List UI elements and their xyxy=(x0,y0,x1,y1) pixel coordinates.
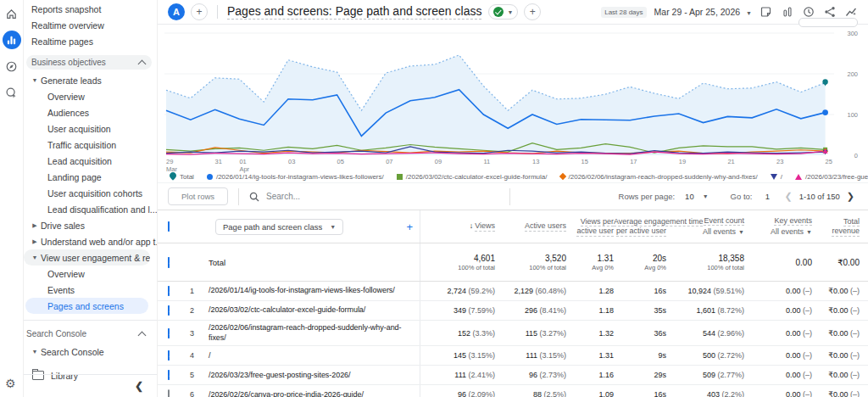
select-all-checkbox[interactable] xyxy=(168,221,170,232)
page-path[interactable]: /2026/02/06/instagram-reach-dropped-sudd… xyxy=(209,323,420,343)
sidebar-item-audiences[interactable]: Audiences xyxy=(24,104,157,120)
search-input[interactable] xyxy=(264,191,412,202)
page-title[interactable]: Pages and screens: Page path and screen … xyxy=(227,4,481,20)
page-path[interactable]: / xyxy=(209,351,219,361)
table-row[interactable]: 6/2026/02/26/canva-pro-price-india-2026-… xyxy=(158,385,868,397)
sidebar-item-overview[interactable]: Overview xyxy=(24,88,157,104)
row-checkbox[interactable] xyxy=(168,257,170,268)
legend-label: Total xyxy=(180,173,194,181)
sidebar-item-drive-sales[interactable]: ▶Drive sales xyxy=(24,217,157,233)
svg-text:17: 17 xyxy=(630,158,637,165)
chevron-down-icon: ▼ xyxy=(738,229,744,235)
sidebar-nav: Reports snapshotRealtime overviewRealtim… xyxy=(24,1,157,383)
table-row[interactable]: 3/2026/02/06/instagram-reach-dropped-sud… xyxy=(158,321,868,346)
rows-per-page-value[interactable]: 10 xyxy=(685,192,694,201)
dimension-selector[interactable]: Page path and screen class▼ xyxy=(215,219,343,235)
avatar[interactable]: A xyxy=(168,3,185,20)
legend-item[interactable]: Total xyxy=(170,172,194,181)
column-header-active-users[interactable]: Active users xyxy=(495,221,566,231)
page-path[interactable]: /2026/03/23/free-guest-posting-sites-202… xyxy=(209,371,359,381)
add-segment-button[interactable]: + xyxy=(191,3,208,20)
row-checkbox[interactable] xyxy=(168,389,170,397)
svg-text:200: 200 xyxy=(847,70,858,78)
table-row[interactable]: 2/2026/03/02/ctc-calculator-excel-guide-… xyxy=(158,301,868,321)
svg-text:19: 19 xyxy=(679,158,686,165)
search-icon xyxy=(249,192,259,202)
app-rail: ⚙ xyxy=(0,0,24,397)
scrollbar-pill[interactable] xyxy=(798,18,858,27)
legend-item[interactable]: /2026/02/06/instagram-reach-dropped-sudd… xyxy=(560,173,758,181)
row-checkbox[interactable] xyxy=(168,305,170,316)
sidebar-item-lead-acquisition[interactable]: Lead acquisition xyxy=(24,153,157,169)
plot-rows-button[interactable]: Plot rows xyxy=(168,187,228,205)
explore-icon[interactable] xyxy=(3,57,21,75)
sidebar-item-search-console[interactable]: ▼Search Console xyxy=(24,344,157,360)
insights-icon[interactable] xyxy=(844,5,858,19)
sidebar-item-realtime-pages[interactable]: Realtime pages xyxy=(24,33,157,49)
goto-page-input[interactable] xyxy=(757,191,777,202)
sidebar-item-understand-web-and-or-app-t[interactable]: ▶Understand web and/or app t... xyxy=(24,233,157,249)
sidebar-item-overview[interactable]: Overview xyxy=(24,266,157,282)
prev-page-icon[interactable]: ❮ xyxy=(782,191,793,202)
table-row[interactable]: 5/2026/03/23/free-guest-posting-sites-20… xyxy=(158,366,868,385)
legend-label: / xyxy=(781,173,782,181)
line-chart[interactable]: 010020030029Mar3101Apr030507091113151719… xyxy=(164,28,861,174)
svg-text:0: 0 xyxy=(854,152,858,159)
column-header-views[interactable]: ↓Views xyxy=(420,221,495,231)
goto-label: Go to: xyxy=(731,192,753,201)
column-header-event-count[interactable]: Event countAll events▼ xyxy=(666,216,744,238)
add-dimension-button[interactable]: + xyxy=(406,221,413,233)
table-row[interactable]: 1/2026/01/14/ig-tools-for-instagram-view… xyxy=(158,282,868,301)
home-icon[interactable] xyxy=(3,4,21,23)
date-range-selector[interactable]: Mar 29 - Apr 25, 2026 ▼ xyxy=(654,7,752,17)
report-saved-badge[interactable]: ▼ xyxy=(488,4,518,20)
sidebar-item-search-console[interactable]: Search Console xyxy=(24,327,152,341)
collapse-sidebar-icon[interactable]: ❮ xyxy=(135,380,143,392)
legend-item[interactable]: /2026/03/02/ctc-calculator-excel-guide-f… xyxy=(397,173,548,181)
column-header-average-engagement-time[interactable]: Average engagement timeper active user xyxy=(614,217,666,237)
sidebar-item-traffic-acquisition[interactable]: Traffic acquisition xyxy=(24,137,157,153)
page-path[interactable]: /2026/01/14/ig-tools-for-instagram-views… xyxy=(209,286,403,296)
row-checkbox[interactable] xyxy=(168,370,170,380)
sidebar-item-realtime-overview[interactable]: Realtime overview xyxy=(24,17,157,33)
svg-text:25: 25 xyxy=(826,158,832,165)
legend-diamond-icon xyxy=(559,173,565,180)
row-checkbox[interactable] xyxy=(168,350,170,361)
column-header-total[interactable]: Totalrevenue xyxy=(812,217,860,237)
table-row[interactable]: 4/145 (3.15%)111 (3.15%)1.319s500 (2.72%… xyxy=(158,346,868,366)
legend-item[interactable]: /2026/03/23/free-guest-posting-sites-202… xyxy=(795,173,868,181)
row-checkbox[interactable] xyxy=(168,286,170,296)
sidebar-item-events[interactable]: Events xyxy=(24,282,157,298)
legend-item[interactable]: / xyxy=(771,173,782,181)
reports-icon[interactable] xyxy=(3,31,21,49)
add-report-button[interactable]: + xyxy=(524,3,541,20)
chevron-down-icon[interactable]: ▼ xyxy=(703,193,709,199)
sidebar-item-landing-page[interactable]: Landing page xyxy=(24,169,157,185)
svg-text:300: 300 xyxy=(847,30,858,37)
page-path[interactable]: /2026/02/26/canva-pro-price-india-2026-g… xyxy=(209,390,372,397)
row-checkbox[interactable] xyxy=(168,328,170,338)
sidebar-item-generate-leads[interactable]: ▼Generate leads xyxy=(24,72,157,88)
sidebar-item-user-acquisition[interactable]: User acquisition xyxy=(24,120,157,137)
sidebar-item-view-user-engagement-rete[interactable]: ▼View user engagement & rete... xyxy=(24,249,150,266)
svg-text:03: 03 xyxy=(288,158,295,165)
page-path[interactable]: /2026/03/02/ctc-calculator-excel-guide-f… xyxy=(209,305,374,316)
advertising-icon[interactable] xyxy=(3,83,21,102)
sidebar-item-user-acquisition-cohorts[interactable]: User acquisition cohorts xyxy=(24,185,157,201)
sidebar-item-pages-and-screens[interactable]: Pages and screens xyxy=(25,298,148,314)
sidebar-item-business-objectives[interactable]: Business objectives xyxy=(26,55,152,70)
clock-icon[interactable] xyxy=(802,5,815,19)
chevron-down-icon: ▼ xyxy=(507,9,513,15)
pagination-controls: Rows per page: 10 ▼ Go to: ❮ 1-10 of 150… xyxy=(619,191,856,202)
date-preset-chip[interactable]: Last 28 days xyxy=(601,7,646,18)
legend-item[interactable]: /2026/01/14/ig-tools-for-instagram-views… xyxy=(207,173,384,181)
admin-gear-icon[interactable]: ⚙ xyxy=(5,377,16,390)
column-header-views-per[interactable]: Views peractive user xyxy=(566,217,614,237)
sidebar-item-lead-disqualification-and-l[interactable]: Lead disqualification and l... xyxy=(24,201,157,217)
share-icon[interactable] xyxy=(823,5,837,19)
notes-icon[interactable] xyxy=(760,5,773,19)
comparison-icon[interactable] xyxy=(781,5,794,19)
next-page-icon[interactable]: ❯ xyxy=(845,191,856,202)
column-header-key-events[interactable]: Key eventsAll events▼ xyxy=(744,216,812,238)
sidebar-item-reports-snapshot[interactable]: Reports snapshot xyxy=(24,1,157,17)
